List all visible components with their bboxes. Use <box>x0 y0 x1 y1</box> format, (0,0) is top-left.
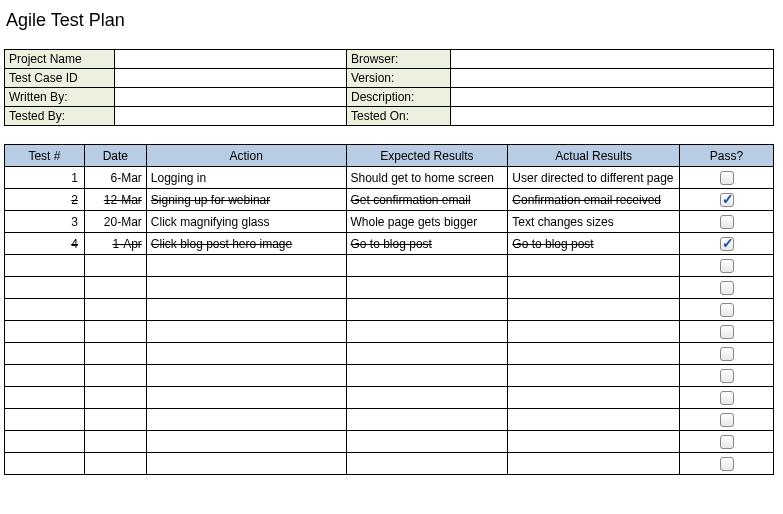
checkbox-icon[interactable] <box>720 347 734 361</box>
cell-expected[interactable] <box>346 299 508 321</box>
cell-actual[interactable] <box>508 387 680 409</box>
cell-date[interactable] <box>84 453 146 475</box>
cell-pass[interactable] <box>680 365 774 387</box>
cell-expected[interactable] <box>346 453 508 475</box>
cell-actual[interactable] <box>508 365 680 387</box>
cell-actual[interactable] <box>508 409 680 431</box>
cell-date[interactable] <box>84 299 146 321</box>
cell-expected[interactable] <box>346 387 508 409</box>
cell-action[interactable] <box>146 255 346 277</box>
checkbox-icon[interactable] <box>720 281 734 295</box>
checkbox-icon[interactable] <box>720 193 734 207</box>
cell-pass[interactable] <box>680 299 774 321</box>
checkbox-icon[interactable] <box>720 171 734 185</box>
cell-pass[interactable] <box>680 233 774 255</box>
checkbox-icon[interactable] <box>720 457 734 471</box>
cell-expected[interactable] <box>346 321 508 343</box>
cell-action[interactable]: Click blog post hero image <box>146 233 346 255</box>
cell-actual[interactable] <box>508 299 680 321</box>
cell-action[interactable] <box>146 453 346 475</box>
cell-actual[interactable] <box>508 343 680 365</box>
info-value-right[interactable] <box>451 88 774 107</box>
cell-actual[interactable]: Confirmation email received <box>508 189 680 211</box>
cell-actual[interactable] <box>508 431 680 453</box>
cell-test[interactable] <box>5 365 85 387</box>
cell-pass[interactable] <box>680 211 774 233</box>
checkbox-icon[interactable] <box>720 369 734 383</box>
info-value-right[interactable] <box>451 107 774 126</box>
info-value-left[interactable] <box>115 50 347 69</box>
cell-date[interactable]: 12-Mar <box>84 189 146 211</box>
checkbox-icon[interactable] <box>720 303 734 317</box>
cell-action[interactable] <box>146 299 346 321</box>
cell-actual[interactable]: Text changes sizes <box>508 211 680 233</box>
cell-date[interactable]: 1-Apr <box>84 233 146 255</box>
info-value-left[interactable] <box>115 107 347 126</box>
cell-date[interactable] <box>84 387 146 409</box>
cell-action[interactable] <box>146 387 346 409</box>
cell-test[interactable] <box>5 343 85 365</box>
cell-action[interactable] <box>146 321 346 343</box>
cell-expected[interactable] <box>346 343 508 365</box>
cell-test[interactable] <box>5 387 85 409</box>
cell-test[interactable]: 2 <box>5 189 85 211</box>
cell-test[interactable] <box>5 255 85 277</box>
cell-expected[interactable] <box>346 365 508 387</box>
cell-pass[interactable] <box>680 189 774 211</box>
checkbox-icon[interactable] <box>720 237 734 251</box>
checkbox-icon[interactable] <box>720 435 734 449</box>
cell-actual[interactable] <box>508 277 680 299</box>
cell-date[interactable] <box>84 365 146 387</box>
cell-pass[interactable] <box>680 277 774 299</box>
cell-expected[interactable] <box>346 409 508 431</box>
cell-action[interactable]: Click magnifying glass <box>146 211 346 233</box>
cell-pass[interactable] <box>680 321 774 343</box>
checkbox-icon[interactable] <box>720 259 734 273</box>
cell-pass[interactable] <box>680 255 774 277</box>
cell-pass[interactable] <box>680 453 774 475</box>
cell-date[interactable] <box>84 409 146 431</box>
cell-expected[interactable]: Go to blog post <box>346 233 508 255</box>
cell-actual[interactable]: Go to blog post <box>508 233 680 255</box>
cell-test[interactable]: 4 <box>5 233 85 255</box>
cell-action[interactable] <box>146 409 346 431</box>
cell-actual[interactable] <box>508 453 680 475</box>
cell-action[interactable] <box>146 277 346 299</box>
cell-date[interactable] <box>84 321 146 343</box>
cell-date[interactable] <box>84 277 146 299</box>
cell-expected[interactable] <box>346 431 508 453</box>
cell-date[interactable]: 6-Mar <box>84 167 146 189</box>
info-value-left[interactable] <box>115 88 347 107</box>
checkbox-icon[interactable] <box>720 215 734 229</box>
cell-test[interactable] <box>5 409 85 431</box>
cell-actual[interactable] <box>508 321 680 343</box>
cell-test[interactable] <box>5 299 85 321</box>
checkbox-icon[interactable] <box>720 325 734 339</box>
cell-expected[interactable] <box>346 255 508 277</box>
cell-pass[interactable] <box>680 167 774 189</box>
cell-date[interactable]: 20-Mar <box>84 211 146 233</box>
cell-action[interactable] <box>146 431 346 453</box>
cell-expected[interactable] <box>346 277 508 299</box>
cell-expected[interactable]: Whole page gets bigger <box>346 211 508 233</box>
cell-action[interactable] <box>146 365 346 387</box>
cell-test[interactable] <box>5 321 85 343</box>
cell-action[interactable] <box>146 343 346 365</box>
cell-date[interactable] <box>84 255 146 277</box>
info-value-left[interactable] <box>115 69 347 88</box>
checkbox-icon[interactable] <box>720 413 734 427</box>
cell-test[interactable] <box>5 431 85 453</box>
checkbox-icon[interactable] <box>720 391 734 405</box>
cell-date[interactable] <box>84 343 146 365</box>
cell-test[interactable]: 3 <box>5 211 85 233</box>
cell-test[interactable]: 1 <box>5 167 85 189</box>
cell-expected[interactable]: Should get to home screen <box>346 167 508 189</box>
cell-action[interactable]: Signing up for webinar <box>146 189 346 211</box>
cell-actual[interactable]: User directed to different page <box>508 167 680 189</box>
cell-pass[interactable] <box>680 343 774 365</box>
cell-pass[interactable] <box>680 409 774 431</box>
cell-test[interactable] <box>5 277 85 299</box>
cell-pass[interactable] <box>680 387 774 409</box>
cell-test[interactable] <box>5 453 85 475</box>
cell-date[interactable] <box>84 431 146 453</box>
